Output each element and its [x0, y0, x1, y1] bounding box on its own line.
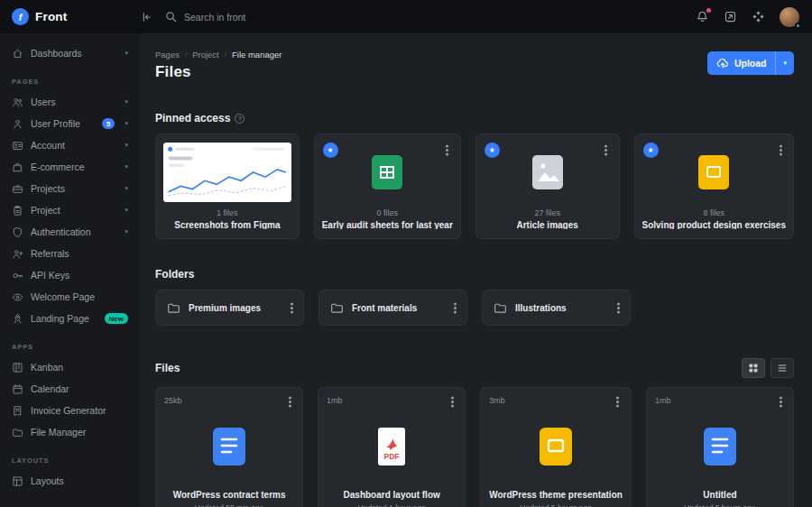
pinned-card-screenshots[interactable]: 1 files Screenshots from Figma: [155, 134, 300, 239]
file-card-dashboard-layout[interactable]: 1mb PDF Dashboard layout flow Updated 1 …: [318, 387, 466, 507]
folders-header: Folders: [155, 268, 794, 281]
folder-card-premium-images[interactable]: Premium images: [155, 290, 304, 326]
file-card-untitled[interactable]: 1mb Untitled Updated 5 hours ago: [646, 387, 794, 507]
folder-icon: [330, 301, 344, 315]
pin-star-badge[interactable]: ★: [643, 143, 659, 158]
rocket-icon: [12, 313, 23, 325]
folders-grid: Premium images Front materials Illustrat…: [155, 290, 794, 326]
sidebar-item-user-profile[interactable]: User Profile 5 ▾: [0, 113, 140, 134]
pinned-card-article-images[interactable]: ★ 27 files Article images: [475, 134, 620, 239]
clipboard-icon: [12, 205, 23, 217]
folder-menu-button[interactable]: [283, 300, 300, 316]
chevron-down-icon: ▾: [125, 120, 128, 127]
file-menu-button[interactable]: [610, 393, 626, 410]
file-menu-button[interactable]: [444, 393, 460, 410]
search-input[interactable]: [184, 12, 392, 23]
view-toggle: [742, 358, 794, 378]
sidebar-item-label: User Profile: [31, 118, 95, 129]
sidebar-item-projects[interactable]: Projects ▾: [0, 178, 140, 199]
folder-icon: [494, 301, 507, 315]
breadcrumb-separator: /: [225, 51, 226, 59]
sidebar-item-label: Welcome Page: [31, 291, 128, 302]
pinned-card-audit-sheets[interactable]: ★ 0 files Early audit sheets for last ye…: [314, 134, 461, 239]
folder-menu-button[interactable]: [610, 300, 626, 316]
sidebar-item-welcome-page[interactable]: Welcome Page: [0, 286, 140, 308]
sidebar-item-dashboards[interactable]: Dashboards ▾: [0, 42, 140, 64]
main-content: Pages / Project / File manager Files Upl…: [140, 33, 812, 507]
sidebar-item-api-keys[interactable]: API Keys: [0, 264, 140, 286]
sidebar-heading-layouts: LAYOUTS: [0, 443, 140, 470]
folder-card-front-materials[interactable]: Front materials: [318, 290, 467, 326]
card-menu-button[interactable]: [439, 142, 456, 158]
notifications-button[interactable]: [696, 10, 709, 23]
chevron-down-icon: ▾: [125, 228, 128, 235]
kebab-icon: [780, 401, 782, 403]
sidebar-item-label: Dashboards: [31, 48, 117, 59]
brand-logo[interactable]: f Front: [0, 8, 140, 25]
kebab-icon: [291, 307, 293, 309]
sidebar-item-label: Project: [31, 205, 117, 216]
sidebar-item-calendar[interactable]: Calendar: [0, 378, 140, 400]
sidebar-heading-pages: PAGES: [0, 64, 140, 91]
sidebar-item-label: Authentication: [31, 226, 117, 237]
chevron-down-icon: ▾: [125, 142, 128, 149]
caret-down-icon: ▾: [783, 60, 787, 67]
file-card-wordpress-theme[interactable]: 3mb WordPress theme presentation Updated…: [480, 387, 632, 507]
file-card-wordpress-contract[interactable]: 25kb WordPress contract terms Updated 50…: [155, 387, 303, 507]
folder-thumbnail-image: [163, 143, 291, 202]
file-size: 1mb: [327, 396, 457, 405]
file-updated: Updated 1 hour ago: [327, 503, 457, 507]
activity-icon: [724, 10, 737, 23]
file-menu-button[interactable]: [772, 393, 789, 410]
sidebar-item-project[interactable]: Project ▾: [0, 199, 140, 221]
sidebar-collapse-button[interactable]: [140, 11, 152, 23]
google-docs-icon: [702, 427, 738, 466]
sidebar-item-landing-page[interactable]: Landing Page New: [0, 308, 140, 329]
kebab-icon: [289, 401, 291, 403]
help-icon[interactable]: ?: [235, 114, 245, 124]
pinned-card-design-exercises[interactable]: ★ 8 files Solving product design exercis…: [634, 134, 795, 239]
grid-view-button[interactable]: [742, 358, 765, 378]
pin-star-badge[interactable]: ★: [484, 143, 500, 158]
kebab-icon: [617, 307, 620, 309]
user-avatar[interactable]: [780, 7, 799, 27]
list-view-button[interactable]: [770, 358, 794, 378]
breadcrumb-item-project[interactable]: Project: [192, 50, 219, 60]
sidebar-item-account[interactable]: Account ▾: [0, 134, 140, 156]
upload-button[interactable]: Upload: [707, 51, 776, 75]
file-manager-app: f Front: [0, 0, 812, 507]
apps-launcher-button[interactable]: [752, 10, 765, 23]
folder-name: Illustrations: [515, 303, 602, 313]
pinned-access-header: Pinned access ?: [155, 112, 794, 124]
google-docs-icon: [211, 427, 247, 466]
online-status-dot: [795, 23, 801, 29]
google-sheets-icon: [371, 154, 403, 190]
sidebar-item-invoice-generator[interactable]: Invoice Generator: [0, 400, 140, 421]
file-title: Dashboard layout flow: [327, 490, 457, 500]
card-menu-button[interactable]: [598, 142, 614, 158]
kebab-icon: [454, 307, 457, 309]
file-menu-button[interactable]: [281, 393, 298, 410]
sidebar-item-referrals[interactable]: Referrals: [0, 243, 140, 264]
sidebar-item-layouts[interactable]: Layouts: [0, 470, 140, 492]
person-icon: [12, 118, 23, 130]
sidebar-item-kanban[interactable]: Kanban: [0, 356, 140, 378]
receipt-icon: [12, 405, 23, 417]
upload-dropdown-button[interactable]: ▾: [776, 51, 794, 75]
folder-menu-button[interactable]: [447, 300, 463, 316]
sidebar-item-authentication[interactable]: Authentication ▾: [0, 221, 140, 243]
sidebar-item-label: API Keys: [31, 270, 128, 281]
folder-card-illustrations[interactable]: Illustrations: [482, 290, 631, 326]
sidebar-item-file-manager[interactable]: File Manager: [0, 421, 140, 443]
activity-button[interactable]: [724, 10, 737, 23]
file-size: 3mb: [489, 396, 623, 405]
pin-star-badge[interactable]: ★: [323, 143, 338, 158]
apps-grid-icon: [752, 10, 765, 23]
chevron-down-icon: ▾: [125, 98, 128, 106]
breadcrumb: Pages / Project / File manager: [155, 50, 281, 60]
breadcrumb-item-pages[interactable]: Pages: [155, 50, 180, 60]
sidebar-item-label: E-commerce: [31, 161, 117, 172]
card-menu-button[interactable]: [772, 142, 789, 158]
sidebar-item-ecommerce[interactable]: E-commerce ▾: [0, 156, 140, 178]
sidebar-item-users[interactable]: Users ▾: [0, 91, 140, 113]
